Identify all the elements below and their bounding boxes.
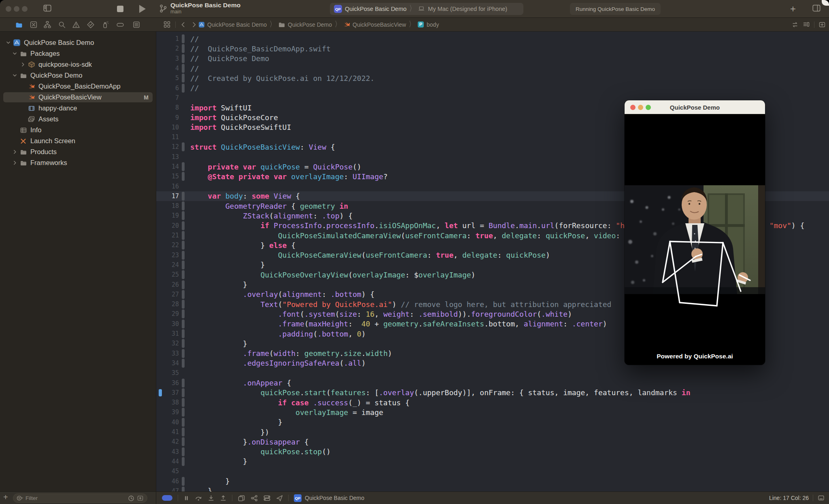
- disclosure-down-icon[interactable]: [5, 40, 11, 46]
- environment-overrides-icon[interactable]: [263, 495, 271, 502]
- line-number[interactable]: 44: [156, 458, 179, 465]
- line-number[interactable]: 4: [156, 65, 179, 72]
- step-into-icon[interactable]: [208, 495, 215, 502]
- toggle-left-sidebar-icon[interactable]: [43, 4, 52, 12]
- line-number[interactable]: 24: [156, 261, 179, 269]
- code-text[interactable]: //: [190, 84, 199, 92]
- line-number[interactable]: 29: [156, 310, 179, 318]
- line-number[interactable]: 22: [156, 241, 179, 249]
- library-plus-button[interactable]: +: [790, 3, 796, 15]
- code-text[interactable]: overlayImage = image: [190, 408, 383, 417]
- disclosure-right-icon[interactable]: [19, 61, 26, 68]
- line-number[interactable]: 41: [156, 428, 179, 436]
- code-text[interactable]: }: [190, 457, 247, 466]
- step-out-icon[interactable]: [220, 495, 227, 502]
- demo-window-titlebar[interactable]: QuickPose Demo: [625, 100, 765, 114]
- code-line-35[interactable]: 35: [156, 368, 829, 378]
- code-line-41[interactable]: 41 }): [156, 427, 829, 437]
- code-text[interactable]: GeometryReader { geometry in: [190, 202, 348, 210]
- line-number[interactable]: 1: [156, 35, 179, 42]
- line-number[interactable]: 7: [156, 94, 179, 102]
- code-text[interactable]: .padding(.bottom, 0): [190, 330, 366, 338]
- navigator-tab-breakpoints[interactable]: [117, 21, 124, 28]
- line-number[interactable]: 45: [156, 468, 179, 475]
- code-text[interactable]: QuickPoseCameraView(useFrontCamera: true…: [190, 251, 550, 259]
- traffic-zoom-icon[interactable]: [22, 6, 28, 12]
- breadcrumb-item-body[interactable]: Pbody: [417, 21, 439, 28]
- code-line-47[interactable]: 47 }: [156, 486, 829, 491]
- code-text[interactable]: }.onDisappear {: [190, 438, 309, 446]
- add-editor-icon[interactable]: [818, 21, 826, 28]
- file-tree-item-products[interactable]: Products: [0, 146, 156, 157]
- file-tree-item-quickpose-basicdemoapp[interactable]: QuickPose_BasicDemoApp: [0, 81, 156, 92]
- code-line-43[interactable]: 43 quickPose.stop(): [156, 447, 829, 456]
- line-number[interactable]: 46: [156, 478, 179, 485]
- code-line-45[interactable]: 45: [156, 466, 829, 476]
- code-text[interactable]: import QuickPoseCore: [190, 113, 278, 122]
- line-number[interactable]: 13: [156, 153, 179, 161]
- toggle-right-sidebar-icon[interactable]: [812, 4, 821, 12]
- memory-graph-icon[interactable]: [251, 495, 258, 502]
- code-line-44[interactable]: 44 }: [156, 457, 829, 466]
- disclosure-down-icon[interactable]: [11, 51, 18, 57]
- file-tree-item-quickpose-ios-sdk[interactable]: quickpose-ios-sdk: [0, 59, 156, 70]
- navigator-tab-issues[interactable]: [72, 21, 80, 28]
- navigator-tab-symbols[interactable]: [44, 21, 51, 28]
- navigator-tab-tests[interactable]: [87, 21, 94, 28]
- line-number[interactable]: 28: [156, 301, 179, 308]
- code-text[interactable]: }: [190, 418, 283, 426]
- code-line-1[interactable]: 1//: [156, 34, 829, 44]
- file-tree-item-quickpose-demo[interactable]: QuickPose Demo: [0, 70, 156, 81]
- code-text[interactable]: import SwiftUI: [190, 104, 252, 112]
- code-text[interactable]: }: [190, 477, 230, 485]
- code-line-2[interactable]: 2// QuickPose_BasicDemoApp.swift: [156, 44, 829, 53]
- code-text[interactable]: QuickPoseSimulatedCameraView(useFrontCam…: [190, 231, 642, 240]
- navigator-tab-find[interactable]: [58, 21, 66, 28]
- line-number[interactable]: 11: [156, 133, 179, 141]
- code-line-40[interactable]: 40 }: [156, 417, 829, 427]
- code-line-4[interactable]: 4//: [156, 64, 829, 73]
- breadcrumb-item-quickpose-basic-demo[interactable]: QuickPose Basic Demo: [198, 21, 267, 28]
- line-number[interactable]: 2: [156, 45, 179, 52]
- line-number[interactable]: 32: [156, 340, 179, 347]
- run-destination[interactable]: My Mac (Designed for iPhone): [428, 6, 507, 12]
- scheme-name[interactable]: QuickPose Basic Demo: [345, 6, 406, 12]
- file-tree-item-happy-dance[interactable]: happy-dance: [0, 103, 156, 114]
- code-review-icon[interactable]: [791, 21, 799, 28]
- disclosure-right-icon[interactable]: [11, 160, 18, 166]
- line-number[interactable]: 31: [156, 330, 179, 337]
- code-text[interactable]: .overlay(alignment: .bottom) {: [190, 290, 374, 299]
- add-file-button[interactable]: +: [3, 493, 8, 502]
- line-number[interactable]: 19: [156, 212, 179, 219]
- scheme-selector[interactable]: QP QuickPose Basic Demo 〉 My Mac (Design…: [330, 3, 523, 15]
- line-number[interactable]: 36: [156, 379, 179, 387]
- line-number[interactable]: 14: [156, 163, 179, 170]
- code-text[interactable]: }): [190, 428, 269, 436]
- code-line-5[interactable]: 5// Created by QuickPose.ai on 12/12/202…: [156, 73, 829, 83]
- line-number[interactable]: 23: [156, 252, 179, 259]
- line-number[interactable]: 10: [156, 124, 179, 131]
- line-number[interactable]: 30: [156, 320, 179, 328]
- code-text[interactable]: struct QuickPoseBasicView: View {: [190, 143, 335, 151]
- breakpoints-toggle[interactable]: [162, 495, 172, 501]
- code-text[interactable]: }: [190, 487, 212, 491]
- filter-field[interactable]: Filter: [13, 493, 147, 503]
- line-number[interactable]: 33: [156, 350, 179, 357]
- line-number[interactable]: 8: [156, 104, 179, 111]
- code-text[interactable]: // QuickPose Demo: [190, 54, 269, 63]
- file-tree-item-info[interactable]: Info: [0, 125, 156, 136]
- editor-mode-icon[interactable]: [817, 495, 825, 501]
- line-number[interactable]: 21: [156, 232, 179, 239]
- code-line-39[interactable]: 39 overlayImage = image: [156, 407, 829, 417]
- code-text[interactable]: .font(.system(size: 16, weight: .semibol…: [190, 310, 572, 318]
- minimap-icon[interactable]: [803, 21, 810, 28]
- back-chevron-icon[interactable]: [181, 21, 186, 28]
- line-number[interactable]: 15: [156, 173, 179, 180]
- code-text[interactable]: .frame(width: geometry.size.width): [190, 349, 392, 358]
- related-items-icon[interactable]: [164, 21, 170, 28]
- line-number[interactable]: 27: [156, 291, 179, 298]
- code-text[interactable]: //: [190, 35, 199, 43]
- disclosure-down-icon[interactable]: [11, 72, 18, 79]
- disclosure-right-icon[interactable]: [11, 149, 18, 155]
- step-over-icon[interactable]: [195, 495, 202, 502]
